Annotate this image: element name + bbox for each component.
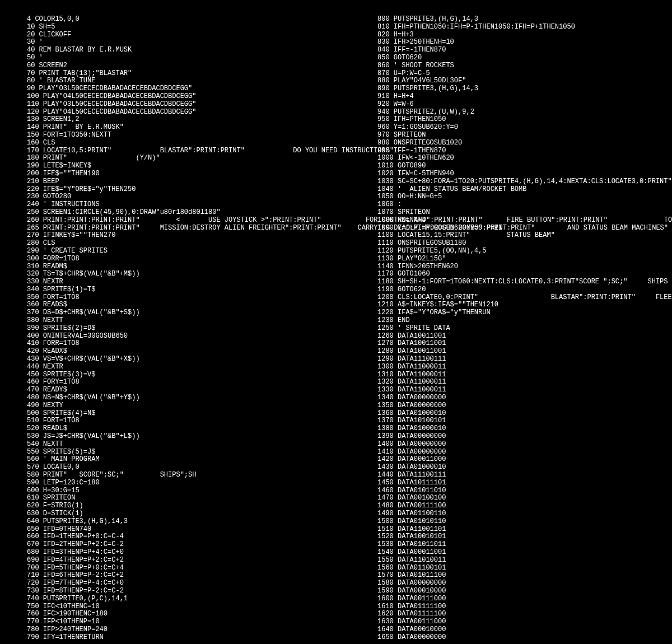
code-line: 1390 DATA00000000 — [377, 433, 672, 441]
code-line: 1310 DATA11000011 — [377, 371, 672, 379]
code-line: 110 PLAY"O3L50CECECDBABADACECEBDACDBDCEG… — [27, 101, 321, 109]
code-line: 1500 DATA01010110 — [377, 518, 672, 526]
code-line: 1180 SH=SH-1:FORT=1TO60:NEXTT:CLS:LOCATE… — [377, 278, 672, 286]
code-line: 400 ONINTERVAL=30GOSUB650 — [27, 333, 321, 340]
code-line: 1030 SC=SC+80:FORA=1TO20:PUTSPRITE4,(H,G… — [377, 178, 672, 186]
code-line: 590 LETP=120:C=180 — [27, 479, 321, 487]
code-line: 1520 DATA10010101 — [377, 533, 672, 541]
code-line: 1570 DATA01011100 — [377, 572, 672, 580]
code-line: 750 IFC<10THENC=10 — [27, 603, 321, 611]
code-line: 480 N$=N$+CHR$(VAL("&B"+Y$)) — [27, 394, 321, 402]
code-line: 4 COLOR15,0,0 — [27, 16, 321, 24]
code-line: 70 PRINT TAB(13);"BLASTAR" — [27, 70, 321, 78]
code-line: 880 PLAY"O4V6L50DL30F" — [377, 77, 672, 85]
code-line: 240 ' INSTRUCTIONS — [27, 201, 321, 209]
code-line: 860 ' SHOOT ROCKETS — [377, 62, 672, 70]
code-line: 1320 DATA11000011 — [377, 379, 672, 386]
code-line: 1040 ' ALIEN STATUS BEAM/ROCKET BOMB — [377, 186, 672, 194]
code-line: 560 ' MAIN PROGRAM — [27, 456, 321, 464]
code-line: 1010 GOTO890 — [377, 162, 672, 170]
code-line: 670 IFD=2THENP=P+2:C=C-2 — [27, 541, 321, 549]
code-line: 1510 DATA11001101 — [377, 526, 672, 534]
code-line: 330 NEXTR — [27, 278, 321, 286]
code-line: 770 IFP<10THENP=10 — [27, 618, 321, 626]
code-line: 890 PUTSPRITE3,(H,G),14,3 — [377, 85, 672, 93]
code-line: 740 PUTSPRITE0,(P,C),14,1 — [27, 595, 321, 603]
code-line: 360 READS$ — [27, 301, 321, 309]
code-line: 1600 DATA00111000 — [377, 595, 672, 603]
code-line: 1550 DATA11010011 — [377, 557, 672, 564]
code-line: 1190 GOTO620 — [377, 286, 672, 294]
code-line: 1380 DATA01000010 — [377, 425, 672, 433]
code-line: 1630 DATA00111000 — [377, 618, 672, 626]
code-line: 230 GOTO280 — [27, 193, 321, 201]
code-line: 270 IFINKEY$=""THEN270 — [27, 232, 321, 240]
code-line: 300 FORR=1TO8 — [27, 255, 321, 263]
code-line: 30 ' — [27, 39, 321, 46]
code-line: 430 V$=V$+CHR$(VAL("&B"+X$)) — [27, 356, 321, 363]
code-line: 680 IFD=3THENP=P+4:C=C+0 — [27, 549, 321, 557]
code-line: 960 Y=1:GOSUB620:Y=0 — [377, 124, 672, 132]
code-line: 470 READY$ — [27, 386, 321, 394]
code-line: 1290 DATA11100111 — [377, 356, 672, 363]
code-line: 1580 DATA00000000 — [377, 580, 672, 587]
code-line: 650 IFD=0THEN740 — [27, 526, 321, 534]
code-line: 1420 DATA00011000 — [377, 456, 672, 464]
code-line: 1340 DATA00000000 — [377, 394, 672, 402]
code-line: 490 NEXTY — [27, 402, 321, 410]
code-line: 1490 DATA01100110 — [377, 510, 672, 518]
code-line: 200 IFE$=""THEN190 — [27, 170, 321, 178]
code-line: 730 IFD=8THENP=P-2:C=C-2 — [27, 587, 321, 595]
code-line: 20 CLICKOFF — [27, 31, 321, 39]
code-line: 310 READM$ — [27, 263, 321, 271]
code-line: 210 BEEP — [27, 178, 321, 186]
code-line: 170 LOCATE10,5:PRINT" BLASTAR":PRINT:PRI… — [27, 147, 321, 155]
code-line: 990 IFF=-1THEN870 — [377, 147, 672, 155]
code-line: 1100 LOCATE15,15:PRINT" STATUS BEAM" — [377, 232, 672, 240]
code-line: 1070 SPRITEON — [377, 209, 672, 217]
code-line: 280 CLS — [27, 240, 321, 248]
code-line: 350 FORT=1TO8 — [27, 294, 321, 302]
code-line: 1220 IFA$="Y"ORA$="y"THENRUN — [377, 309, 672, 317]
code-line: 50 ' — [27, 54, 321, 62]
code-line: 550 SPRITE$(5)=J$ — [27, 449, 321, 456]
code-line: 780 IFP>240THENP=240 — [27, 626, 321, 634]
code-line: 1300 DATA11000011 — [377, 363, 672, 371]
code-line: 120 PLAY"O4L50CECECDBABADACECEBDACDBDCEG… — [27, 109, 321, 116]
code-line: 460 FORY=1TO8 — [27, 379, 321, 386]
code-line: 640 PUTSPRITE3,(H,G),14,3 — [27, 518, 321, 526]
code-line: 630 D=STICK(1) — [27, 510, 321, 518]
code-line: 260 PRINT:PRINT:PRINT:PRINT" < USE JOYST… — [27, 217, 321, 225]
code-line: 1540 DATA00011001 — [377, 549, 672, 557]
code-line: 1460 DATA01011010 — [377, 487, 672, 495]
code-line: 950 IFH=PTHEN1050 — [377, 116, 672, 124]
code-line: 800 PUTSPRITE3,(H,G),14,3 — [377, 16, 672, 24]
code-line: 570 LOCATE0,0 — [27, 464, 321, 472]
code-line: 1120 PUTSPRITE5,(OO,NN),4,5 — [377, 248, 672, 255]
code-line: 340 SPRITE$(1)=T$ — [27, 286, 321, 294]
code-line: 1640 DATA00010000 — [377, 626, 672, 634]
code-line: 1210 A$=INKEY$:IFA$=""THEN1210 — [377, 301, 672, 309]
code-line: 840 IFF=-1THEN870 — [377, 46, 672, 54]
code-line: 620 F=STRIG(1) — [27, 502, 321, 510]
code-line: 290 ' CREATE SPRITES — [27, 248, 321, 255]
code-line: 440 NEXTR — [27, 363, 321, 371]
code-line: 420 READX$ — [27, 348, 321, 356]
code-line: 1400 DATA00000000 — [377, 441, 672, 449]
code-line: 1000 IFW<-10THEN620 — [377, 155, 672, 162]
code-line: 700 IFD=5THENP=P+0:C=C+4 — [27, 564, 321, 572]
code-line: 250 SCREEN1:CIRCLE(45,90),0:DRAW"u80r180… — [27, 209, 321, 217]
code-line: 1450 DATA10111101 — [377, 479, 672, 487]
code-line: 1370 DATA10100101 — [377, 417, 672, 425]
code-line: 140 PRINT" BY E.R.MUSK" — [27, 124, 321, 132]
code-line: 1470 DATA00100100 — [377, 494, 672, 502]
code-line: 920 W=W-6 — [377, 101, 672, 109]
code-line: 1410 DATA00000000 — [377, 449, 672, 456]
code-line: 1350 DATA00000000 — [377, 402, 672, 410]
code-line: 520 READL$ — [27, 425, 321, 433]
code-line: 790 IFY=1THENRETURN — [27, 634, 321, 642]
code-line: 100 PLAY"O4L50CECECDBABADACECEBDACDBDCEG… — [27, 93, 321, 101]
code-line: 265 PRINT:PRINT:PRINT:PRINT" MISSION:DES… — [27, 225, 321, 232]
code-line: 500 SPRITE$(4)=N$ — [27, 410, 321, 418]
code-line: 380 NEXTT — [27, 317, 321, 325]
